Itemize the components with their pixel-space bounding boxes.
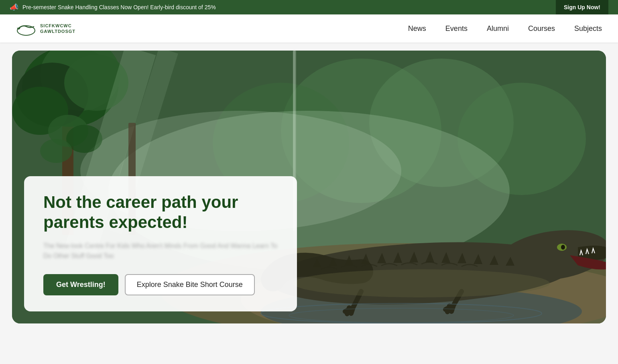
logo-line1: SICFKWCWC <box>40 23 75 28</box>
logo-icon <box>16 20 36 37</box>
announcement-text: Pre-semester Snake Handling Classes Now … <box>22 4 216 10</box>
hero-headline: Not the career path your parents expecte… <box>43 192 278 233</box>
logo-line2: GAWLTDOSGT <box>40 28 75 34</box>
announcement-text-area: 📣 Pre-semester Snake Handling Classes No… <box>10 3 216 12</box>
signup-now-button[interactable]: Sign Up Now! <box>556 0 608 14</box>
announcement-bar: 📣 Pre-semester Snake Handling Classes No… <box>0 0 618 14</box>
svg-point-18 <box>40 139 72 163</box>
logo-text: SICFKWCWC GAWLTDOSGT <box>40 23 75 35</box>
main-nav: News Events Alumni Courses Subjects <box>408 24 602 33</box>
header: SICFKWCWC GAWLTDOSGT News Events Alumni … <box>0 14 618 43</box>
get-wrestling-button[interactable]: Get Wrestling! <box>43 274 118 295</box>
svg-point-28 <box>293 269 550 297</box>
hero-buttons: Get Wrestling! Explore Snake Bite Short … <box>43 274 278 295</box>
nav-item-courses[interactable]: Courses <box>528 24 555 33</box>
nav-item-news[interactable]: News <box>408 24 426 33</box>
hero-content-card: Not the career path your parents expecte… <box>24 176 297 311</box>
nav-item-events[interactable]: Events <box>445 24 468 33</box>
nav-item-subjects[interactable]: Subjects <box>574 24 602 33</box>
svg-point-27 <box>561 245 565 250</box>
logo-area[interactable]: SICFKWCWC GAWLTDOSGT <box>16 20 75 37</box>
hero-section: Not the career path your parents expecte… <box>12 51 606 323</box>
megaphone-icon: 📣 <box>10 3 18 12</box>
nav-item-alumni[interactable]: Alumni <box>487 24 509 33</box>
hero-subtext: The New-look Centre For Kids Who Aren't … <box>43 241 278 261</box>
explore-short-course-button[interactable]: Explore Snake Bite Short Course <box>125 274 255 295</box>
